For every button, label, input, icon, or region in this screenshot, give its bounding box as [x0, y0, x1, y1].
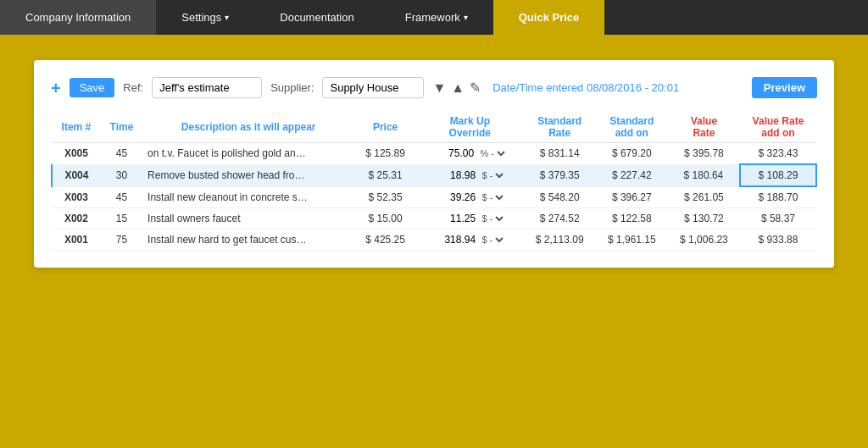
cell-item: X003 — [52, 186, 101, 208]
col-standard-addon: Standardadd on — [596, 112, 668, 143]
cell-value-addon: $ 323.43 — [740, 143, 816, 165]
cell-standard-rate: $ 831.14 — [524, 143, 596, 165]
unit-select[interactable]: % - % $ — [476, 147, 508, 159]
datetime-label: Date/Time entered 08/08/2016 - 20:01 — [492, 81, 679, 94]
cell-item: X002 — [52, 208, 101, 230]
col-price: Price — [354, 112, 416, 143]
unit-select[interactable]: $ - % $ — [478, 169, 506, 181]
table-row[interactable]: X002 15 Install owners faucet $ 15.00 $ … — [52, 208, 816, 230]
arrow-down-icon[interactable]: ▼ — [432, 80, 446, 96]
toolbar: + Save Ref: Supplier: ▼ ▲ ✎ Date/Time en… — [51, 77, 817, 98]
chevron-down-icon: ▾ — [464, 13, 468, 22]
nav-company-information[interactable]: Company Information — [0, 0, 156, 35]
cell-price: $ 52.35 — [354, 186, 416, 208]
top-navigation: Company Information Settings ▾ Documenta… — [0, 0, 868, 35]
cell-item: X001 — [52, 230, 101, 251]
arrow-up-icon[interactable]: ▲ — [451, 80, 465, 96]
nav-label: Framework — [405, 11, 460, 24]
cell-markup[interactable]: % - % $ — [416, 143, 524, 165]
col-value-addon: Value Rateadd on — [740, 112, 816, 143]
cell-desc: Install owners faucet — [142, 208, 354, 230]
cell-standard-addon: $ 1,961.15 — [596, 230, 668, 251]
edit-icon[interactable]: ✎ — [470, 80, 481, 96]
cell-standard-rate: $ 2,113.09 — [524, 230, 596, 251]
cell-standard-addon: $ 396.27 — [596, 186, 668, 208]
nav-label: Settings — [181, 11, 221, 24]
table-row[interactable]: X004 30 Remove busted shower head from w… — [52, 164, 816, 186]
cell-value-rate: $ 180.64 — [668, 164, 740, 186]
cell-markup[interactable]: $ - % $ — [416, 186, 524, 208]
unit-select[interactable]: $ - % $ — [478, 191, 506, 203]
table-row[interactable]: X003 45 Install new cleanout in concrete… — [52, 186, 816, 208]
table-header-row: Item # Time Description as it will appea… — [52, 112, 816, 143]
cell-value-addon: $ 108.29 — [740, 164, 816, 186]
nav-label: Company Information — [25, 11, 131, 24]
cell-standard-rate: $ 274.52 — [524, 208, 596, 230]
cell-standard-addon: $ 227.42 — [596, 164, 668, 186]
col-time: Time — [101, 112, 142, 143]
cell-desc: Install new hard to get faucet customer … — [142, 230, 354, 251]
markup-input[interactable] — [433, 234, 476, 246]
col-value-rate: ValueRate — [668, 112, 740, 143]
cell-item: X004 — [52, 164, 101, 186]
markup-input[interactable] — [433, 213, 476, 224]
supplier-input[interactable] — [322, 77, 424, 98]
markup-input[interactable] — [431, 147, 474, 159]
cell-time: 45 — [101, 143, 142, 165]
col-standard-rate: StandardRate — [524, 112, 596, 143]
cell-standard-addon: $ 679.20 — [596, 143, 668, 165]
unit-select[interactable]: $ - % $ — [478, 213, 506, 224]
cell-markup[interactable]: $ - % $ — [416, 208, 524, 230]
cell-markup[interactable]: $ - % $ — [416, 164, 524, 186]
cell-desc: Remove busted shower head from wall. — [142, 164, 354, 186]
cell-price: $ 425.25 — [354, 230, 416, 251]
cell-value-addon: $ 933.88 — [740, 230, 816, 251]
cell-value-rate: $ 1,006.23 — [668, 230, 740, 251]
nav-quick-price[interactable]: Quick Price — [493, 0, 605, 35]
cell-value-rate: $ 261.05 — [668, 186, 740, 208]
cell-desc: on t.v. Faucet is polished gold and come… — [142, 143, 354, 165]
table-row[interactable]: X001 75 Install new hard to get faucet c… — [52, 230, 816, 251]
add-item-button[interactable]: + — [51, 80, 61, 97]
unit-select[interactable]: $ - % $ — [478, 234, 506, 246]
cell-time: 45 — [101, 186, 142, 208]
cell-price: $ 25.31 — [354, 164, 416, 186]
preview-button[interactable]: Preview — [752, 77, 817, 98]
nav-label: Documentation — [280, 11, 353, 24]
toolbar-icons: ▼ ▲ ✎ — [432, 80, 481, 96]
cell-markup[interactable]: $ - % $ — [416, 230, 524, 251]
supplier-label: Supplier: — [270, 81, 314, 94]
col-item: Item # — [52, 112, 101, 143]
nav-settings[interactable]: Settings ▾ — [156, 0, 254, 35]
cell-price: $ 15.00 — [354, 208, 416, 230]
estimate-card: + Save Ref: Supplier: ▼ ▲ ✎ Date/Time en… — [34, 60, 834, 268]
cell-price: $ 125.89 — [354, 143, 416, 165]
cell-desc: Install new cleanout in concrete slap — [142, 186, 354, 208]
col-desc: Description as it will appear — [142, 112, 354, 143]
cell-time: 30 — [101, 164, 142, 186]
estimate-table: Item # Time Description as it will appea… — [51, 112, 817, 251]
col-markup: Mark UpOverride — [416, 112, 524, 143]
nav-label: Quick Price — [519, 11, 580, 24]
nav-framework[interactable]: Framework ▾ — [380, 0, 493, 35]
cell-value-addon: $ 58.37 — [740, 208, 816, 230]
cell-item: X005 — [52, 143, 101, 165]
cell-time: 75 — [101, 230, 142, 251]
ref-label: Ref: — [123, 81, 143, 94]
save-button[interactable]: Save — [70, 78, 115, 97]
table-row[interactable]: X005 45 on t.v. Faucet is polished gold … — [52, 143, 816, 165]
cell-value-rate: $ 130.72 — [668, 208, 740, 230]
nav-documentation[interactable]: Documentation — [254, 0, 379, 35]
cell-time: 15 — [101, 208, 142, 230]
markup-input[interactable] — [433, 169, 476, 181]
ref-input[interactable] — [152, 77, 262, 98]
cell-value-rate: $ 395.78 — [668, 143, 740, 165]
cell-standard-addon: $ 122.58 — [596, 208, 668, 230]
cell-standard-rate: $ 548.20 — [524, 186, 596, 208]
chevron-down-icon: ▾ — [225, 13, 229, 22]
markup-input[interactable] — [433, 191, 476, 203]
cell-value-addon: $ 188.70 — [740, 186, 816, 208]
cell-standard-rate: $ 379.35 — [524, 164, 596, 186]
main-content: + Save Ref: Supplier: ▼ ▲ ✎ Date/Time en… — [0, 35, 868, 293]
